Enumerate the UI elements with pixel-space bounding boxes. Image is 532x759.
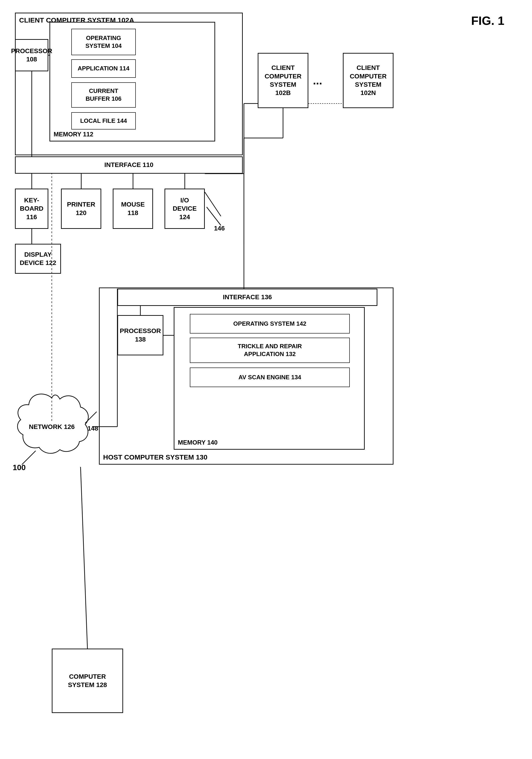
processor-108: PROCESSOR108 [15,39,48,71]
application-114: APPLICATION 114 [71,60,136,78]
processor-138: PROCESSOR138 [117,315,163,355]
svg-line-16 [207,207,221,225]
operating-system-104: OPERATINGSYSTEM 104 [71,29,136,55]
client-computer-102n: CLIENTCOMPUTERSYSTEM102N [343,53,393,108]
computer-system-128: COMPUTERSYSTEM 128 [52,649,123,713]
operating-system-142: OPERATING SYSTEM 142 [190,314,350,334]
interface-136: INTERFACE 136 [117,289,377,306]
diagram: FIG. 1 CLIENT COMPUTER SYSTEM 102A MEMOR… [0,0,532,759]
printer-120: PRINTER120 [61,189,101,229]
trickle-repair-132: TRICKLE AND REPAIRAPPLICATION 132 [190,338,350,363]
av-scan-engine-134: AV SCAN ENGINE 134 [190,368,350,387]
label-146: 146 [214,224,225,232]
svg-text:NETWORK 126: NETWORK 126 [29,423,74,430]
io-device-124: I/ODEVICE124 [165,189,205,229]
display-device-122: DISPLAYDEVICE 122 [15,244,61,274]
client-computer-102b: CLIENTCOMPUTERSYSTEM102B [258,53,308,108]
mouse-118: MOUSE118 [113,189,153,229]
local-file-144: LOCAL FILE 144 [71,112,136,130]
fig-label: FIG. 1 [471,14,504,27]
svg-line-14 [205,192,221,216]
current-buffer-106: CURRENTBUFFER 106 [71,82,136,108]
svg-line-19 [81,467,87,649]
interface-110: INTERFACE 110 [15,156,243,174]
label-100: 100 [13,462,26,472]
label-148: 148 [87,424,98,433]
keyboard-116: KEY-BOARD116 [15,189,48,229]
dots-label: ... [313,74,322,88]
network-cloud: NETWORK 126 [12,386,92,467]
